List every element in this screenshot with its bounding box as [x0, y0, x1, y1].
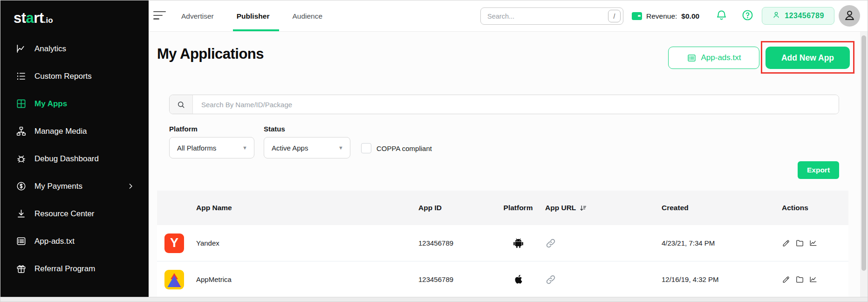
app-id: 123456789: [411, 239, 495, 247]
active-tab-underline: [233, 29, 279, 31]
sidebar: start.io Analytics Custom Reports My App…: [0, 0, 149, 302]
sitemap-icon: [15, 126, 27, 137]
tab-publisher[interactable]: Publisher: [237, 12, 270, 21]
yandex-app-icon: Y: [164, 233, 184, 253]
sidebar-item-label: Custom Reports: [34, 72, 92, 81]
global-search: /: [480, 7, 623, 25]
table-header-row: App Name App ID Platform App URL Created…: [157, 191, 848, 225]
sidebar-item-referral-program[interactable]: Referral Program: [0, 255, 149, 282]
chevron-down-icon: ▼: [338, 145, 343, 151]
chart-icon[interactable]: [809, 275, 818, 284]
header-actions: Actions: [772, 204, 848, 212]
avatar-person-icon: [843, 9, 856, 23]
sidebar-item-manage-media[interactable]: Manage Media: [0, 117, 149, 145]
tab-audience[interactable]: Audience: [292, 12, 322, 21]
custom-reports-icon: [15, 71, 27, 82]
status-dropdown-value: Active Apps: [272, 144, 308, 152]
vertical-scrollbar[interactable]: [860, 32, 868, 298]
sidebar-item-resource-center[interactable]: Resource Center: [0, 200, 149, 227]
header-app-name[interactable]: App Name: [157, 204, 411, 212]
header-app-url[interactable]: App URL: [541, 204, 656, 212]
app-id: 123456789: [411, 275, 495, 283]
document-list-icon: [687, 53, 697, 63]
revenue-label: Revenue:: [646, 12, 677, 21]
sidebar-item-label: Manage Media: [34, 127, 87, 136]
dollar-circle-icon: [15, 181, 27, 192]
app-url-link-icon[interactable]: [541, 238, 656, 249]
status-dropdown[interactable]: Active Apps ▼: [264, 137, 350, 158]
wallet-icon: [632, 12, 642, 20]
apple-icon: [495, 273, 541, 286]
sort-icon[interactable]: [579, 204, 587, 212]
hamburger-menu-icon[interactable]: [153, 11, 166, 21]
created-date: 4/23/21, 7:34 PM: [656, 239, 772, 247]
table-row[interactable]: AppMetrica 123456789 12/16/19, 4:32 PM: [157, 261, 848, 298]
help-button[interactable]: [741, 0, 754, 32]
table-row[interactable]: Y Yandex 123456789 4/23/21, 7:34 PM: [157, 225, 848, 261]
notifications-button[interactable]: [715, 0, 728, 32]
coppa-label: COPPA compliant: [376, 144, 432, 152]
question-circle-icon: [741, 9, 754, 23]
sidebar-item-analytics[interactable]: Analytics: [0, 35, 149, 62]
apps-search-input[interactable]: [193, 95, 839, 114]
user-icon: [772, 11, 780, 21]
header-platform[interactable]: Platform: [495, 204, 541, 212]
chevron-right-icon: [127, 182, 135, 190]
search-icon: [170, 95, 193, 114]
app-ads-txt-button[interactable]: App-ads.txt: [668, 47, 759, 69]
edit-pencil-icon[interactable]: [782, 239, 791, 247]
sidebar-item-label: My Apps: [34, 99, 67, 109]
sidebar-item-custom-reports[interactable]: Custom Reports: [0, 62, 149, 90]
horizontal-scrollbar[interactable]: [0, 297, 868, 302]
scrollbar-thumb[interactable]: [861, 35, 866, 271]
folder-icon[interactable]: [795, 239, 804, 247]
chevron-down-icon: ▼: [242, 145, 247, 151]
revenue-indicator: Revenue: $0.00: [632, 0, 699, 32]
revenue-value: $0.00: [681, 12, 699, 21]
global-search-input[interactable]: [481, 13, 608, 20]
platform-filter-label: Platform: [169, 125, 198, 133]
android-icon: [495, 237, 541, 249]
coppa-checkbox[interactable]: [361, 143, 371, 153]
app-name: Yandex: [196, 239, 219, 247]
sidebar-item-app-ads-txt[interactable]: App-ads.txt: [0, 227, 149, 255]
startio-logo[interactable]: start.io: [0, 0, 149, 27]
topbar: Advertiser Publisher Audience / Revenue:…: [149, 0, 868, 32]
sidebar-item-label: Referral Program: [34, 264, 95, 274]
platform-dropdown[interactable]: All Platforms ▼: [169, 137, 254, 158]
page-title: My Applications: [157, 46, 264, 62]
edit-pencil-icon[interactable]: [782, 275, 791, 284]
sidebar-item-my-payments[interactable]: My Payments: [0, 172, 149, 200]
red-annotation-box: Add New App: [761, 41, 854, 74]
analytics-icon: [15, 43, 27, 55]
apps-search-bar: [169, 95, 839, 114]
app-name: AppMetrica: [196, 275, 232, 283]
gift-icon: [15, 263, 27, 275]
created-date: 12/16/19, 4:32 PM: [656, 275, 772, 283]
sidebar-item-label: Resource Center: [34, 209, 95, 219]
download-icon: [15, 208, 27, 220]
sidebar-item-debug-dashboard[interactable]: Debug Dashboard: [0, 145, 149, 172]
bell-icon: [715, 9, 728, 23]
sidebar-item-label: My Payments: [34, 182, 82, 191]
platform-dropdown-value: All Platforms: [177, 144, 216, 152]
my-apps-grid-icon: [15, 98, 27, 110]
tab-advertiser[interactable]: Advertiser: [181, 12, 214, 21]
sidebar-item-my-apps[interactable]: My Apps: [0, 90, 149, 117]
main-content: My Applications App-ads.txt Add New App …: [149, 32, 861, 298]
header-app-id[interactable]: App ID: [411, 204, 495, 212]
folder-icon[interactable]: [795, 275, 804, 284]
add-new-app-button[interactable]: Add New App: [765, 47, 850, 69]
user-id-pill[interactable]: 123456789: [762, 7, 834, 25]
role-tabs: Advertiser Publisher Audience: [181, 0, 345, 32]
appmetrica-app-icon: [164, 270, 184, 289]
search-shortcut-badge: /: [608, 10, 621, 22]
app-url-link-icon[interactable]: [541, 274, 656, 285]
header-created[interactable]: Created: [656, 204, 772, 212]
apps-table: App Name App ID Platform App URL Created…: [157, 191, 848, 298]
bug-icon: [15, 153, 27, 165]
avatar[interactable]: [839, 5, 860, 27]
chart-icon[interactable]: [809, 239, 818, 247]
user-id-value: 123456789: [785, 12, 824, 20]
export-button[interactable]: Export: [798, 161, 839, 179]
